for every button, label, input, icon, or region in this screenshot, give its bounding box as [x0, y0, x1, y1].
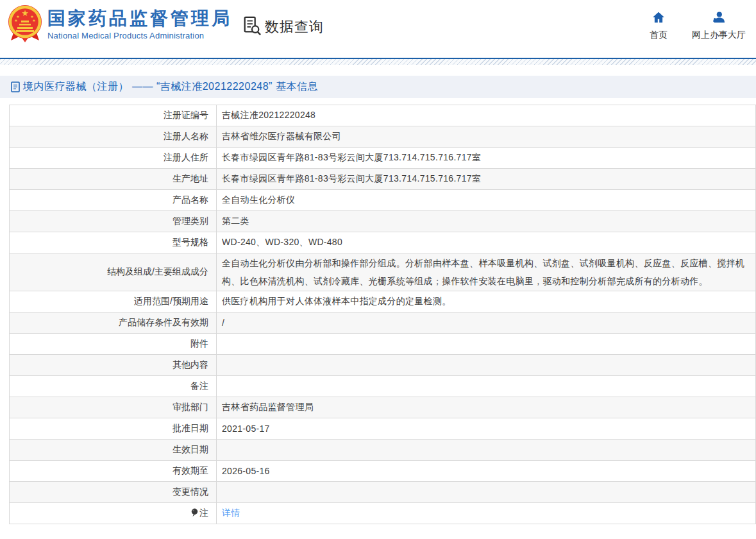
row-value: 吉械注准20212220248	[217, 105, 756, 126]
row-value: 供医疗机构用于对人体体液样本中指定成分的定量检测。	[217, 291, 756, 312]
row-label: 附件	[190, 338, 208, 348]
registration-info-table-wrap: 注册证编号吉械注准20212220248注册人名称吉林省维尔医疗器械有限公司注册…	[9, 105, 756, 524]
row-label: 注册人住所	[164, 152, 208, 162]
row-label: 批准日期	[172, 423, 208, 433]
row-label: 适用范围/预期用途	[134, 296, 208, 306]
table-row: 注册人名称吉林省维尔医疗器械有限公司	[10, 126, 756, 148]
row-value: 2021-05-17	[217, 418, 756, 440]
table-row: 适用范围/预期用途供医疗机构用于对人体体液样本中指定成分的定量检测。	[10, 291, 756, 312]
data-query-label: 数据查询	[265, 17, 324, 37]
home-label: 首页	[650, 30, 668, 41]
row-label: 变更情况	[172, 486, 208, 497]
table-row: 变更情况	[10, 482, 756, 503]
row-label-cell: 其他内容	[10, 355, 217, 376]
row-label: 有效期至	[172, 465, 208, 475]
brand-title-en: National Medical Products Administration	[47, 31, 232, 40]
row-label: 其他内容	[172, 359, 208, 370]
row-label-cell: 产品储存条件及有效期	[10, 312, 217, 334]
table-row: 管理类别第二类	[10, 211, 756, 232]
row-value	[217, 440, 756, 461]
row-label: 型号规格	[172, 237, 208, 247]
table-row: 其他内容	[10, 355, 756, 376]
row-value: /	[217, 312, 756, 334]
table-row: 备注	[10, 376, 756, 397]
row-label-cell: 审批部门	[10, 397, 217, 418]
brand-block: 国家药品监督管理局 National Medical Products Admi…	[47, 8, 232, 40]
svg-text:★: ★	[32, 18, 35, 22]
row-label: 管理类别	[172, 216, 208, 226]
row-value	[217, 334, 756, 355]
row-value	[217, 376, 756, 397]
row-label-cell: 生产地址	[10, 169, 217, 190]
row-value: 全自动生化分析仪	[217, 190, 756, 211]
row-value: 吉林省药品监督管理局	[217, 397, 756, 418]
row-label-cell: 注	[10, 503, 217, 524]
row-value: 长春市绿园区青年路81-83号彩云间大厦713.714.715.716.717室	[217, 169, 756, 190]
row-label-cell: 管理类别	[10, 211, 217, 232]
table-row: 注册人住所长春市绿园区青年路81-83号彩云间大厦713.714.715.716…	[10, 148, 756, 169]
row-label: 产品名称	[172, 194, 208, 205]
row-label: 生效日期	[172, 444, 208, 454]
svg-text:★: ★	[14, 18, 17, 22]
row-value: 第二类	[217, 211, 756, 232]
table-row: 有效期至2026-05-16	[10, 461, 756, 482]
brand-title-zh: 国家药品监督管理局	[47, 8, 232, 29]
page-title-bar: 境内医疗器械（注册） —— “吉械注准20212220248” 基本信息	[0, 76, 756, 98]
table-row: 附件	[10, 334, 756, 355]
top-links: 首页 网上办事大厅	[650, 12, 746, 41]
row-label: 审批部门	[172, 402, 208, 412]
row-value-cell: 详情	[217, 503, 756, 524]
row-value	[217, 482, 756, 503]
data-query-nav[interactable]: 数据查询	[242, 15, 324, 38]
row-value: 吉林省维尔医疗器械有限公司	[217, 126, 756, 148]
details-link[interactable]: 详情	[222, 508, 240, 518]
header-hatch-strip	[0, 59, 756, 65]
national-emblem-logo: ★ ★ ★ ★ ★	[6, 4, 44, 44]
row-label-cell: 生效日期	[10, 440, 217, 461]
table-row: 生产地址长春市绿园区青年路81-83号彩云间大厦713.714.715.716.…	[10, 169, 756, 190]
row-label-cell: 注册人住所	[10, 148, 217, 169]
row-label: 注	[199, 508, 208, 518]
table-row: 注详情	[10, 503, 756, 524]
data-query-icon	[242, 15, 262, 38]
row-value: WD-240、WD-320、WD-480	[217, 232, 756, 253]
row-label: 生产地址	[172, 173, 208, 184]
row-label-cell: 型号规格	[10, 232, 217, 253]
row-value: 2026-05-16	[217, 461, 756, 482]
table-row: 注册证编号吉械注准20212220248	[10, 105, 756, 126]
row-label: 注册人名称	[164, 131, 208, 141]
row-label-cell: 产品名称	[10, 190, 217, 211]
row-label-cell: 结构及组成/主要组成成分	[10, 253, 217, 291]
home-icon	[652, 12, 665, 26]
table-row: 审批部门吉林省药品监督管理局	[10, 397, 756, 418]
table-row: 型号规格WD-240、WD-320、WD-480	[10, 232, 756, 253]
row-label-cell: 附件	[10, 334, 217, 355]
row-label: 产品储存条件及有效期	[119, 317, 208, 327]
site-header: ★ ★ ★ ★ ★ 国家药品监督管理局 National Medical Pro…	[0, 0, 756, 58]
table-row: 产品名称全自动生化分析仪	[10, 190, 756, 211]
row-value: 全自动生化分析仪由分析部和操作部分组成。分析部由样本盘、样本吸量机构、试剂盘、试…	[217, 253, 756, 291]
row-label-cell: 备注	[10, 376, 217, 397]
user-icon	[712, 12, 725, 26]
row-label: 备注	[190, 381, 208, 391]
row-label-cell: 适用范围/预期用途	[10, 291, 217, 312]
row-label: 结构及组成/主要组成成分	[107, 266, 208, 277]
table-row: 生效日期	[10, 440, 756, 461]
row-label: 注册证编号	[164, 110, 208, 120]
row-label-cell: 注册人名称	[10, 126, 217, 148]
row-label-cell: 变更情况	[10, 482, 217, 503]
row-value	[217, 355, 756, 376]
row-label-cell: 注册证编号	[10, 105, 217, 126]
page-title: 境内医疗器械（注册） —— “吉械注准20212220248” 基本信息	[23, 80, 318, 94]
info-table-body: 注册证编号吉械注准20212220248注册人名称吉林省维尔医疗器械有限公司注册…	[10, 105, 756, 524]
svg-text:★: ★	[21, 8, 29, 18]
service-hall-label: 网上办事大厅	[692, 30, 746, 41]
registration-info-table: 注册证编号吉械注准20212220248注册人名称吉林省维尔医疗器械有限公司注册…	[9, 105, 756, 524]
row-label-cell: 批准日期	[10, 418, 217, 440]
service-hall-nav[interactable]: 网上办事大厅	[692, 12, 746, 41]
row-value: 长春市绿园区青年路81-83号彩云间大厦713.714.715.716.717室	[217, 148, 756, 169]
table-row: 产品储存条件及有效期/	[10, 312, 756, 334]
document-icon	[11, 81, 20, 92]
table-row: 结构及组成/主要组成成分全自动生化分析仪由分析部和操作部分组成。分析部由样本盘、…	[10, 253, 756, 291]
home-nav[interactable]: 首页	[650, 12, 668, 41]
